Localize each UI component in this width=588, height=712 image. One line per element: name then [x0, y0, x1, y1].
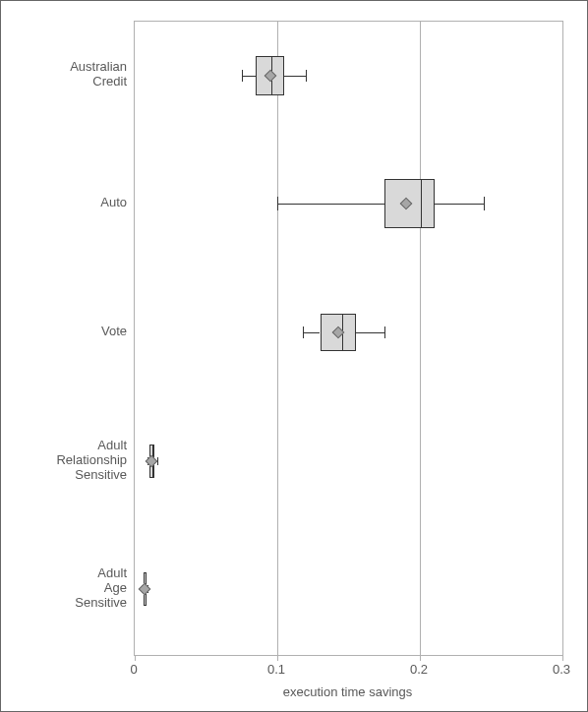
- whisker-high: [284, 76, 306, 77]
- x-tick: [562, 655, 563, 661]
- cap-high: [306, 70, 307, 82]
- gridline: [277, 22, 278, 655]
- x-tick-label: 0: [130, 662, 137, 677]
- chart-frame: execution time savings 00.10.20.3Austral…: [0, 0, 588, 712]
- cap-low: [242, 70, 243, 82]
- y-tick-label: Vote: [9, 324, 127, 338]
- y-tick-label: AustralianCredit: [9, 60, 127, 89]
- cap-high: [384, 326, 385, 338]
- cap-high: [484, 197, 485, 210]
- x-tick: [135, 655, 136, 661]
- y-tick-label: AdultRelationshipSensitive: [9, 439, 127, 483]
- gridline: [420, 22, 421, 655]
- whisker-low: [242, 76, 257, 77]
- cap-low: [303, 326, 304, 338]
- cap-low: [277, 197, 278, 210]
- x-tick: [420, 655, 421, 661]
- whisker-low: [277, 204, 384, 205]
- mean-marker: [139, 583, 151, 596]
- median-line: [421, 180, 422, 227]
- whisker-high: [356, 332, 384, 333]
- x-tick-label: 0.3: [553, 662, 570, 677]
- x-axis-title: execution time savings: [134, 684, 561, 699]
- plot-area: [134, 21, 563, 656]
- x-tick: [277, 655, 278, 661]
- y-tick-label: AdultAgeSensitive: [9, 566, 127, 611]
- x-tick-label: 0.2: [410, 662, 428, 677]
- x-tick-label: 0.1: [267, 662, 285, 677]
- y-tick-label: Auto: [9, 196, 127, 210]
- whisker-high: [435, 204, 485, 205]
- whisker-low: [303, 332, 320, 333]
